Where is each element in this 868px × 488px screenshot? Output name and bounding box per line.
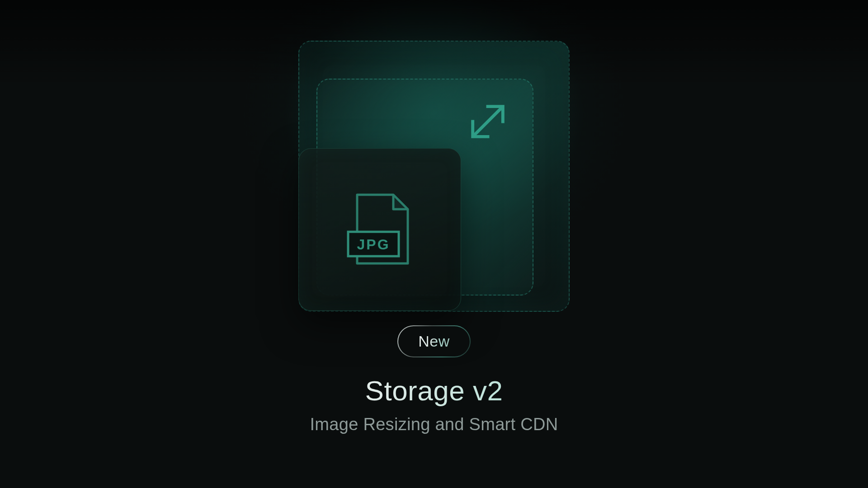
new-badge: New bbox=[397, 325, 471, 357]
page-title: Storage v2 bbox=[231, 375, 637, 407]
jpg-file-icon: JPG bbox=[344, 191, 416, 268]
svg-line-0 bbox=[474, 108, 502, 136]
hero-graphic: JPG bbox=[298, 41, 570, 321]
image-card: JPG bbox=[298, 148, 461, 311]
resize-arrow-icon bbox=[466, 99, 510, 144]
new-badge-label: New bbox=[418, 333, 450, 350]
hero-text: New Storage v2 Image Resizing and Smart … bbox=[231, 325, 637, 434]
file-type-label: JPG bbox=[357, 236, 390, 253]
page-subtitle: Image Resizing and Smart CDN bbox=[231, 415, 637, 434]
